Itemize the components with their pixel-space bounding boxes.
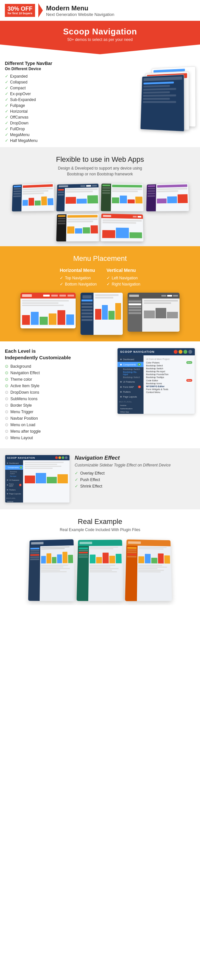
custom-title: Each Level isIndependently Customizable <box>5 348 112 361</box>
ph-logo <box>22 294 32 297</box>
check-icon: ⊙ <box>5 422 8 427</box>
dot-icon <box>120 396 122 398</box>
scoop-title: Scoop Navigation <box>3 27 197 37</box>
small-sidebar-item[interactable]: Components ● <box>5 465 23 470</box>
check-icon: ✓ <box>5 132 8 137</box>
custom-item-label: Navbar Position <box>10 416 38 421</box>
small-sidebar: Dashboard Components ● Bootstrap Switch … <box>5 460 23 503</box>
nav-app-mockup: SCOOP NAVIGATION Dashboard <box>117 348 195 414</box>
icon-dot <box>62 457 64 459</box>
real-screenshots <box>5 539 195 600</box>
list-item: ✓Ex-popOver <box>5 91 127 96</box>
dot-icon <box>120 391 122 393</box>
check-icon: ✓ <box>60 282 63 286</box>
check-icon: ⊙ <box>5 435 8 440</box>
list-item: ✓Collapsed <box>5 80 127 84</box>
menu-placement-section: Menu Placement Horizontal Menu ✓ Top Nav… <box>0 246 200 341</box>
sidebar-item-auth[interactable]: Authentication <box>119 407 142 410</box>
check-icon: ✓ <box>5 138 8 143</box>
check-icon: ✓ <box>106 282 110 286</box>
sub-item[interactable]: Re-input <box>8 475 23 477</box>
nav-icon <box>183 350 187 354</box>
pv-nav-item <box>81 299 92 301</box>
nav-effect-title: Navigation Effect <box>75 455 195 461</box>
list-item: ✓ Right Navigation <box>106 282 140 286</box>
nav-app-title: SCOOP NAVIGATION <box>120 350 154 353</box>
custom-item-background: ⊙ Background <box>5 364 112 369</box>
custom-item-toggle: ⊙ Menu after toggle <box>5 429 112 434</box>
nav-sub-items: Bootstrap Switch Bootstrap Re-input Boot… <box>117 367 143 379</box>
dot-icon <box>7 489 8 490</box>
custom-item-dropdown: ⊙ DropDown Icons <box>5 390 112 395</box>
small-sidebar-item[interactable]: Invoice <box>6 500 22 503</box>
sub-item[interactable]: Bootstrap Re-input <box>121 371 143 376</box>
web-apps-section: Flexible to use in Web Apps Design & Dev… <box>0 147 200 246</box>
sidebar-item-layouts[interactable]: Page Layouts <box>117 395 143 399</box>
custom-item-label: Menu on Load <box>10 423 35 427</box>
pv-nav-item <box>81 319 92 321</box>
small-app-icons <box>55 457 68 459</box>
sub-item[interactable]: Bootstrap Switch <box>8 470 23 475</box>
horizontal-label: Horizontal Menu <box>60 268 97 273</box>
nav-effect-section: SCOOP NAVIGATION Dashboard Compo <box>0 448 200 509</box>
dot-icon <box>7 484 8 485</box>
ph-nav-item <box>59 294 66 297</box>
scoop-banner: Scoop Navigation 50+ demos to select as … <box>0 21 200 45</box>
sidebar-item-form[interactable]: Form MAP 3 <box>117 384 143 390</box>
vertical-label: Vertical Menu <box>106 268 140 273</box>
real-example-subtitle: Real Example Code Included With Plugin F… <box>5 528 195 532</box>
custom-item-onload: ⊙ Menu on Load <box>5 422 112 427</box>
screenshot-card <box>101 183 144 211</box>
real-card-logo <box>128 541 141 544</box>
small-app-mockup: SCOOP NAVIGATION Dashboard Compo <box>5 455 70 503</box>
small-sidebar-item[interactable]: Dashboard <box>5 461 23 465</box>
placement-card-horizontal <box>21 293 76 328</box>
device-mockup <box>130 67 195 138</box>
pv-nav-item <box>81 306 92 308</box>
sub-item[interactable]: Bootstrap Switch <box>121 368 143 371</box>
custom-item-label: DropDown Icons <box>10 390 39 395</box>
customizable-section: Each Level isIndependently Customizable … <box>0 341 200 448</box>
real-card <box>125 539 172 601</box>
real-card <box>77 540 124 601</box>
placement-screenshots <box>5 293 195 335</box>
real-example-title: Real Example <box>5 517 195 526</box>
nav-icon <box>188 350 192 354</box>
check-icon: ✓ <box>5 126 8 131</box>
small-sidebar-item[interactable]: Page Layouts <box>5 492 23 496</box>
check-icon: ⊙ <box>5 390 8 395</box>
list-item: ✓Fullpage <box>5 103 127 108</box>
list-item: ✓ Left Navigation <box>106 275 140 280</box>
custom-left: Each Level isIndependently Customizable … <box>5 348 112 442</box>
small-sidebar-item[interactable]: UI Features <box>5 478 23 482</box>
sidebar-item-invoice[interactable]: Invoice <box>119 404 142 407</box>
icon-dot <box>59 457 61 459</box>
ph-nav-item <box>43 294 50 297</box>
check-icon: ✓ <box>5 86 8 90</box>
list-item: ✓MegaMenu <box>5 132 127 137</box>
check-icon: ✓ <box>75 477 78 482</box>
check-icon: ⊙ <box>5 409 8 414</box>
sidebar-item-components[interactable]: Components ● <box>117 362 143 367</box>
pv-nav-item <box>81 312 92 315</box>
pv-nav-item <box>81 316 92 318</box>
navbar-types-left: Different Type NavBar On Different Devic… <box>5 61 127 144</box>
sidebar-item-flutters[interactable]: Flutters <box>117 390 143 395</box>
check-icon: ✓ <box>5 115 8 119</box>
check-icon: ⊙ <box>5 416 8 421</box>
dot-icon <box>120 386 122 388</box>
small-sidebar-item[interactable]: Form MAP 3 <box>5 482 23 488</box>
sidebar-item-other[interactable]: Other App <box>119 410 142 414</box>
icon-dot <box>55 457 58 459</box>
web-apps-title: Flexible to use in Web Apps <box>5 155 195 164</box>
sidebar-item-ui[interactable]: UI Features <box>117 379 143 384</box>
sub-item[interactable]: Bootstrap Select <box>121 376 143 379</box>
horizontal-col: Horizontal Menu ✓ Top Navigation ✓ Botto… <box>60 268 97 288</box>
vertical-col: Vertical Menu ✓ Left Navigation ✓ Right … <box>106 268 140 288</box>
header-title: Modern Menu <box>46 4 114 12</box>
small-sidebar-item[interactable]: Flutters <box>5 488 23 492</box>
custom-item-label: SubMenu Icons <box>10 397 37 401</box>
sidebar-item-dashboard[interactable]: Dashboard <box>117 357 143 362</box>
card-front <box>140 75 184 132</box>
dot-icon <box>120 381 122 383</box>
